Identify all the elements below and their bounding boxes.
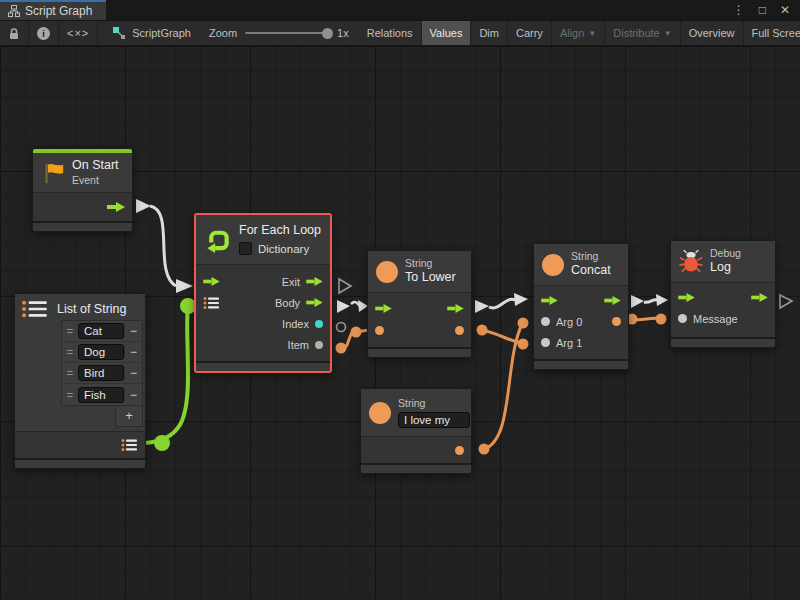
- zoom-slider[interactable]: [245, 32, 329, 34]
- node-to-lower[interactable]: String To Lower: [367, 250, 472, 358]
- value-wire-dot: [351, 327, 362, 338]
- arg0-input-port[interactable]: [541, 317, 550, 326]
- node-string-literal[interactable]: String: [360, 388, 472, 474]
- tab-strip: Script Graph ⋮ □ ✕: [0, 0, 800, 20]
- flow-input-port[interactable]: [203, 276, 220, 287]
- flow-output-port[interactable]: [604, 295, 621, 306]
- result-output-port[interactable]: [455, 326, 464, 335]
- wire-arrowhead: [656, 294, 668, 306]
- chevron-down-icon: ▼: [664, 29, 672, 38]
- flag-icon: [41, 161, 65, 185]
- node-concat[interactable]: String Concat Arg 0 Arg 1: [533, 243, 629, 370]
- flow-output-port[interactable]: [107, 201, 125, 213]
- index-output-port[interactable]: [315, 320, 323, 328]
- arg1-input-port[interactable]: [541, 338, 550, 347]
- drag-handle-icon[interactable]: =: [62, 367, 78, 379]
- port-label: Item: [288, 339, 309, 351]
- wire-arrowhead: [176, 279, 193, 293]
- graph-breadcrumb[interactable]: ScriptGraph: [98, 21, 199, 45]
- maximize-icon[interactable]: □: [759, 3, 766, 17]
- info-button[interactable]: i: [29, 21, 59, 45]
- flow-output-port[interactable]: [447, 303, 464, 314]
- list-output-port[interactable]: [121, 438, 138, 452]
- node-for-each-loop[interactable]: For Each Loop Dictionary Exit: [194, 213, 332, 373]
- fullscreen-button[interactable]: Full Screen: [744, 21, 800, 45]
- list-item-field[interactable]: [78, 344, 124, 360]
- bug-icon: [679, 250, 703, 273]
- overview-button[interactable]: Overview: [681, 21, 744, 45]
- node-debug-log[interactable]: Debug Log Message: [670, 240, 776, 348]
- result-output-port[interactable]: [612, 317, 621, 326]
- list-wire[interactable]: [143, 308, 188, 443]
- value-output-port[interactable]: [455, 446, 464, 455]
- close-icon[interactable]: ✕: [780, 3, 790, 17]
- dim-button[interactable]: Dim: [471, 21, 508, 45]
- relations-button[interactable]: Relations: [359, 21, 422, 45]
- string-input-port[interactable]: [375, 326, 384, 335]
- values-button[interactable]: Values: [422, 21, 472, 45]
- value-wire-concat-message[interactable]: [632, 318, 661, 320]
- port-label: Index: [282, 318, 309, 330]
- list-item-field[interactable]: [78, 323, 124, 339]
- remove-item-button[interactable]: −: [124, 345, 142, 359]
- port-row-arg1: Arg 1: [534, 332, 628, 353]
- port-row-index: Index: [196, 313, 330, 334]
- node-footer: [15, 458, 145, 468]
- carry-button[interactable]: Carry: [508, 21, 552, 45]
- node-on-start[interactable]: On Start Event: [32, 148, 133, 232]
- lock-button[interactable]: [0, 21, 29, 45]
- control-wire-onstart-foreach[interactable]: [150, 206, 176, 286]
- remove-item-button[interactable]: −: [124, 366, 142, 380]
- menu-icon[interactable]: ⋮: [733, 3, 745, 17]
- drag-handle-icon[interactable]: =: [62, 389, 78, 401]
- node-subtitle: Event: [72, 174, 119, 187]
- collection-input-port[interactable]: [203, 296, 220, 310]
- value-wire-dot: [518, 339, 529, 350]
- node-list-of-string[interactable]: List of String = − = − =: [14, 293, 146, 469]
- value-wire-item-tolower[interactable]: [341, 330, 369, 348]
- node-title: Concat: [571, 263, 611, 279]
- flow-input-port[interactable]: [375, 303, 392, 314]
- dictionary-checkbox[interactable]: [239, 242, 252, 255]
- message-input-port[interactable]: [678, 314, 687, 323]
- control-wire-concat-log[interactable]: [644, 300, 658, 303]
- exit-output-port[interactable]: [306, 276, 323, 287]
- flow-input-port[interactable]: [541, 295, 558, 306]
- drag-handle-icon[interactable]: =: [62, 346, 78, 358]
- window-controls: ⋮ □ ✕: [733, 0, 800, 20]
- tab-script-graph[interactable]: Script Graph: [0, 0, 106, 20]
- port-row-item: Item: [196, 334, 330, 355]
- list-item-field[interactable]: [78, 365, 124, 381]
- body-output-port[interactable]: [306, 297, 323, 308]
- item-output-port[interactable]: [315, 341, 323, 349]
- loop-icon: [204, 226, 232, 253]
- string-value-field[interactable]: [398, 412, 470, 428]
- node-footer: [33, 221, 132, 231]
- node-body: [15, 431, 145, 458]
- value-wire-tolower-arg1[interactable]: [482, 330, 521, 343]
- list-item-field[interactable]: [78, 387, 124, 403]
- code-view-button[interactable]: <×>: [59, 21, 98, 45]
- remove-item-button[interactable]: −: [124, 388, 142, 402]
- node-header: Debug Log: [671, 241, 775, 283]
- align-button[interactable]: Align▼: [552, 21, 605, 45]
- port-label: Body: [275, 297, 300, 309]
- node-category: Debug: [710, 247, 741, 260]
- control-wire-body-tolower[interactable]: [351, 302, 364, 306]
- port-row-flow: [534, 290, 628, 311]
- string-type-icon: [376, 261, 398, 283]
- graph-canvas[interactable]: On Start Event List of String: [0, 46, 800, 600]
- distribute-button[interactable]: Distribute▼: [605, 21, 680, 45]
- zoom-slider-handle[interactable]: [322, 28, 333, 39]
- node-body: [361, 437, 471, 463]
- drag-handle-icon[interactable]: =: [62, 325, 78, 337]
- value-wire-string-arg0[interactable]: [484, 324, 522, 449]
- node-title: On Start: [72, 158, 119, 174]
- remove-item-button[interactable]: −: [124, 324, 142, 338]
- node-header: List of String = − = − =: [15, 294, 145, 431]
- add-item-button[interactable]: +: [115, 406, 143, 427]
- control-wire-tolower-concat[interactable]: [489, 299, 515, 308]
- flow-input-port[interactable]: [678, 292, 695, 303]
- flow-output-port[interactable]: [751, 292, 768, 303]
- node-title: Log: [710, 260, 741, 276]
